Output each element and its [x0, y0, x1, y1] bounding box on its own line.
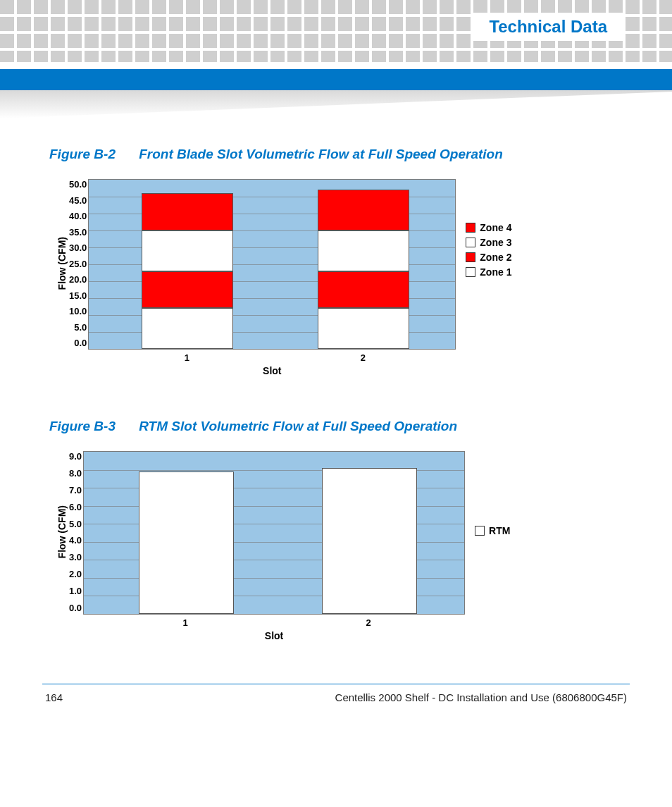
chart-b3: Flow (CFM) 9.08.07.06.05.04.03.02.01.00.… — [49, 451, 623, 641]
legend-zone1: Zone 1 — [466, 266, 511, 278]
swatch-zone3 — [466, 238, 475, 247]
header-pattern: Technical Data — [0, 0, 672, 62]
legend-zone4-label: Zone 4 — [480, 222, 511, 233]
bar-segment — [142, 308, 233, 349]
header-bar — [0, 69, 672, 90]
legend-zone3-label: Zone 3 — [480, 237, 511, 248]
figure-b2-number: Figure B-2 — [49, 147, 116, 161]
chart-b3-legend: RTM — [475, 522, 510, 540]
header-wedge — [0, 90, 672, 118]
chart-b2-yticks: 50.045.040.035.030.025.020.015.010.05.00… — [69, 179, 88, 348]
figure-b2-title: Front Blade Slot Volumetric Flow at Full… — [139, 147, 503, 161]
legend-zone2: Zone 2 — [466, 252, 511, 263]
bar-segment — [318, 190, 409, 230]
bar-segment — [142, 230, 233, 271]
legend-zone3: Zone 3 — [466, 237, 511, 248]
content: Figure B-2 Front Blade Slot Volumetric F… — [0, 118, 672, 641]
page: Technical Data Figure B-2 Front Blade Sl… — [0, 0, 672, 725]
page-title: Technical Data — [473, 13, 623, 41]
chart-b2-legend: Zone 4 Zone 3 Zone 2 Zone 1 — [466, 218, 511, 281]
x-tick: 2 — [366, 617, 371, 628]
bar-segment — [318, 308, 409, 349]
swatch-zone1 — [466, 267, 475, 277]
chart-b2-ylabel: Flow (CFM) — [56, 237, 68, 290]
swatch-zone2 — [466, 252, 475, 262]
x-tick: 2 — [361, 352, 366, 363]
legend-rtm: RTM — [475, 525, 510, 536]
figure-b3-title: RTM Slot Volumetric Flow at Full Speed O… — [139, 419, 457, 433]
figure-b2-caption: Figure B-2 Front Blade Slot Volumetric F… — [49, 147, 623, 162]
bar-segment — [139, 472, 234, 614]
bar-segment — [318, 271, 409, 309]
swatch-zone4 — [466, 223, 475, 233]
swatch-rtm — [475, 526, 485, 536]
chart-b2-xlabel: Slot — [88, 365, 456, 376]
chart-b2: Flow (CFM) 50.045.040.035.030.025.020.01… — [49, 179, 623, 376]
page-number: 164 — [45, 691, 63, 703]
figure-b3-number: Figure B-3 — [49, 419, 116, 433]
legend-zone2-label: Zone 2 — [480, 252, 511, 263]
legend-rtm-label: RTM — [489, 525, 510, 536]
bar-segment — [322, 468, 417, 614]
bar-segment — [142, 193, 233, 230]
figure-b3-caption: Figure B-3 RTM Slot Volumetric Flow at F… — [49, 419, 623, 434]
chart-b3-xticks: 12 — [83, 615, 463, 629]
chart-b2-plot — [88, 179, 456, 350]
footer: 164 Centellis 2000 Shelf - DC Installati… — [42, 684, 630, 725]
chart-b3-yticks: 9.08.07.06.05.04.03.02.01.00.0 — [69, 451, 83, 613]
bar-segment — [318, 230, 409, 271]
chart-b2-xticks: 12 — [88, 350, 454, 364]
chart-b3-xlabel: Slot — [83, 630, 465, 641]
doc-title: Centellis 2000 Shelf - DC Installation a… — [335, 691, 627, 703]
legend-zone4: Zone 4 — [466, 222, 511, 233]
x-tick: 1 — [185, 352, 189, 363]
chart-b3-ylabel: Flow (CFM) — [56, 505, 68, 558]
legend-zone1-label: Zone 1 — [480, 266, 511, 278]
chart-b3-plot — [83, 451, 465, 615]
bar-segment — [142, 271, 233, 309]
x-tick: 1 — [182, 617, 187, 628]
